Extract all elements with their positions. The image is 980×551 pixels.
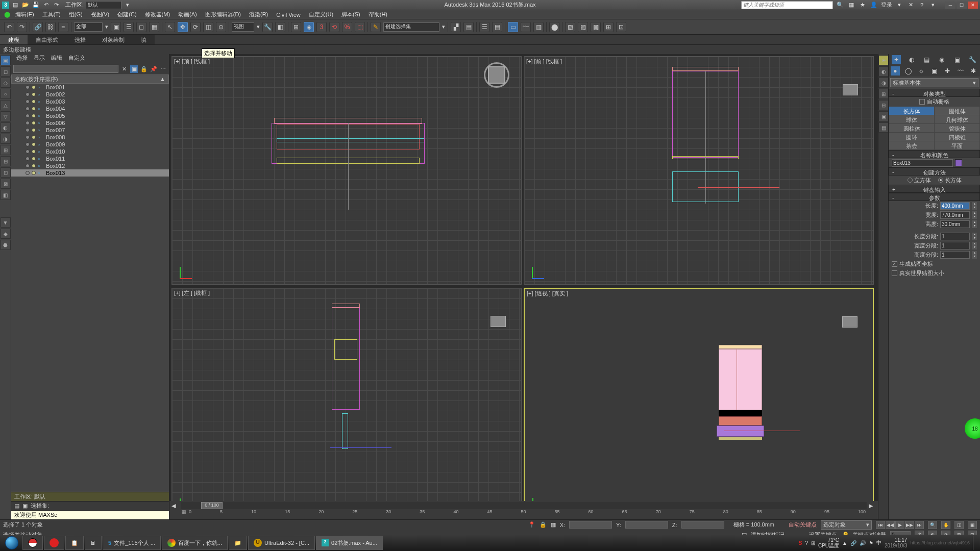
region-icon[interactable]: ◻	[136, 22, 146, 32]
vp-left-label[interactable]: [+] [左 ] [线框 ]	[174, 289, 210, 297]
autokey-button[interactable]: 自动关键点	[789, 521, 817, 529]
tray-flag-icon[interactable]: ⚑	[869, 540, 873, 546]
lp-tab-edit[interactable]: 编辑	[51, 54, 62, 63]
snap3-icon[interactable]: ◈	[304, 22, 314, 32]
minimize-button[interactable]: ─	[945, 2, 955, 9]
type-plane[interactable]: 平面	[935, 141, 979, 149]
select-filter-icon[interactable]: ▣	[111, 22, 121, 32]
view-mode-icon[interactable]: ▣	[130, 65, 138, 73]
shape-icon[interactable]: ◯	[903, 66, 913, 76]
goto-start-icon[interactable]: ⏮	[876, 521, 885, 529]
viewcube-persp[interactable]	[837, 314, 863, 330]
prev-frame-icon[interactable]: ◀◀	[886, 521, 895, 529]
method-cube-radio[interactable]: 立方体	[908, 177, 931, 184]
open-icon[interactable]: 📂	[21, 1, 30, 9]
menu-civil[interactable]: Civil View	[272, 11, 304, 19]
vis-dot-icon[interactable]	[26, 128, 30, 132]
list-item[interactable]: ▫Box001	[11, 84, 169, 91]
task-note[interactable]: 📋	[65, 536, 84, 550]
menu-edit[interactable]: 编辑(E)	[11, 10, 38, 19]
tray-up-icon[interactable]: ▲	[842, 540, 847, 546]
list-item[interactable]: ▫Box011	[11, 155, 169, 162]
list-item[interactable]: ▫Box004	[11, 105, 169, 112]
lp-tab-display[interactable]: 显示	[34, 54, 45, 63]
align-icon[interactable]: ▤	[463, 22, 474, 32]
vis-dot-icon[interactable]	[26, 114, 30, 118]
util-tab-icon[interactable]: 🔧	[968, 55, 977, 64]
help-icon[interactable]: ?	[918, 1, 926, 9]
pin-icon[interactable]: 📌	[150, 65, 157, 73]
space-icon[interactable]: 〰	[956, 66, 965, 76]
viewport-front[interactable]: [+] [前 ] [线框 ]	[524, 56, 874, 285]
list-item[interactable]: ▫Box002	[11, 91, 169, 98]
next-frame-icon[interactable]: ▶▶	[905, 521, 914, 529]
vis-dot-icon[interactable]	[26, 121, 30, 125]
redo-icon[interactable]: ↷	[52, 1, 60, 9]
height-input[interactable]	[940, 220, 970, 228]
tab-fill[interactable]: 填	[133, 35, 155, 44]
nav-fov-icon[interactable]: ◫	[954, 521, 964, 529]
vp-persp-label[interactable]: [+] [透视 ] [真实 ]	[527, 290, 568, 297]
create-tab-icon[interactable]: ✦	[892, 55, 901, 64]
freeze-dot-icon[interactable]	[32, 142, 36, 146]
clear-icon[interactable]: ✕	[120, 65, 128, 73]
list-item[interactable]: ▫Box007	[11, 127, 169, 134]
method-header[interactable]: 创建方法	[889, 167, 980, 176]
menu-graph[interactable]: 图形编辑器(D)	[201, 10, 245, 19]
curve-editor-icon[interactable]: 〰	[521, 22, 531, 32]
vp-4[interactable]: ⊞	[878, 89, 889, 99]
keymode-icon[interactable]: ◧	[275, 22, 285, 32]
mat-editor-icon[interactable]: ⬤	[549, 22, 559, 32]
workspace-combo[interactable]: 默认	[86, 1, 121, 9]
task-calc[interactable]: 🖩	[85, 536, 102, 550]
task-3dsmax[interactable]: 302书架.max - Au...	[316, 536, 383, 550]
nsl-icon[interactable]: ✎	[371, 22, 381, 32]
freeze-dot-icon[interactable]	[32, 114, 36, 118]
app-menu-icon[interactable]: ⬤	[3, 11, 11, 19]
lt-8[interactable]: ◑	[1, 134, 11, 144]
menu-create[interactable]: 创建(C)	[113, 10, 140, 19]
type-cyl[interactable]: 圆柱体	[889, 124, 934, 132]
list-item[interactable]: ▫Box013	[11, 169, 169, 177]
lt-9[interactable]: ⊞	[1, 145, 11, 155]
vis-dot-icon[interactable]	[26, 107, 30, 111]
ws-dropdown-icon[interactable]: ▾	[124, 1, 132, 9]
lt-10[interactable]: ⊟	[1, 156, 11, 166]
width-spinner[interactable]: ▴▾	[972, 211, 977, 219]
task-explorer[interactable]: 📁	[229, 536, 247, 550]
freeze-dot-icon[interactable]	[32, 171, 36, 175]
undo-icon[interactable]: ↶	[42, 1, 50, 9]
save-icon[interactable]: 💾	[32, 1, 40, 9]
lt-3[interactable]: ◇	[1, 78, 11, 88]
help-drop-icon[interactable]: ▾	[929, 1, 937, 9]
vis-dot-icon[interactable]	[26, 85, 30, 89]
hseg-input[interactable]	[940, 251, 970, 259]
undo-tb[interactable]: ↶	[4, 22, 14, 32]
task-chrome[interactable]: 百度一下，你就...	[162, 536, 228, 550]
tray-vol-icon[interactable]: 🔊	[860, 540, 866, 546]
vp-light-icon[interactable]: ☀	[878, 55, 889, 65]
vis-dot-icon[interactable]	[26, 135, 30, 139]
edit-named-icon[interactable]: ⬚	[355, 22, 365, 32]
link-icon[interactable]: 🔗	[33, 22, 43, 32]
ns-drop-icon[interactable]: ▾	[442, 23, 445, 30]
y-input[interactable]	[625, 521, 668, 529]
type-tube[interactable]: 管状体	[935, 124, 979, 132]
close-button[interactable]: ✕	[968, 2, 978, 9]
comm-icon[interactable]: ▦	[847, 1, 855, 9]
tray-ch-icon[interactable]: 中	[876, 539, 881, 546]
rotate-icon[interactable]: ⟳	[190, 22, 201, 32]
key-combo[interactable]: 选定对象▾	[821, 520, 872, 530]
menu-group[interactable]: 组(G)	[65, 10, 87, 19]
user-icon[interactable]: 👤	[870, 1, 878, 9]
render3-icon[interactable]: ⊡	[616, 22, 626, 32]
vis-dot-icon[interactable]	[26, 92, 30, 96]
helper-icon[interactable]: ✚	[943, 66, 952, 76]
star-icon[interactable]: ★	[859, 1, 867, 9]
lt-6[interactable]: ▽	[1, 111, 11, 121]
lt-12[interactable]: ⊠	[1, 179, 11, 189]
lseg-input[interactable]	[940, 233, 970, 240]
viewcube-front[interactable]	[838, 82, 863, 97]
width-input[interactable]	[940, 211, 970, 219]
height-spinner[interactable]: ▴▾	[972, 220, 977, 228]
